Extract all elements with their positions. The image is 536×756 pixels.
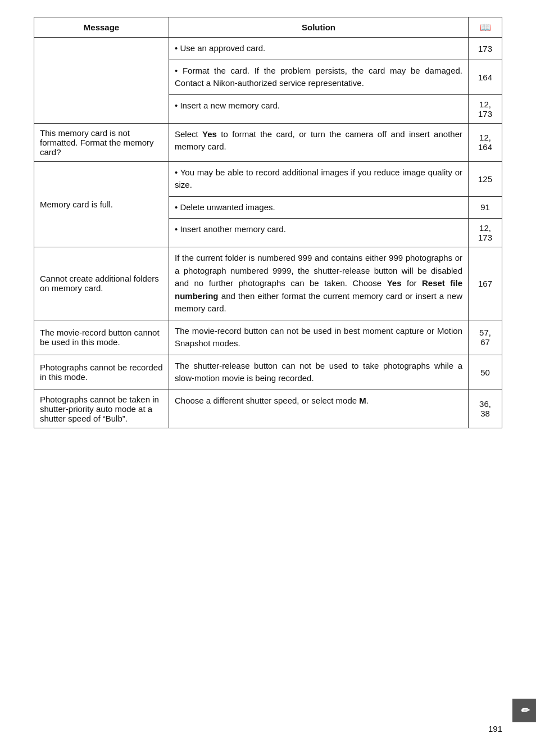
cell-solution: Choose a different shutter speed, or sel… [169, 390, 469, 428]
cell-solution: If the current folder is numbered 999 an… [169, 247, 469, 320]
header-solution: Solution [169, 17, 469, 38]
cell-message: Cannot create additional folders on memo… [34, 247, 169, 320]
cell-solution: • Delete unwanted images. [169, 196, 469, 219]
cell-ref: 57, 67 [469, 320, 502, 355]
page-wrapper: Message Solution 📖 • Use an approved car… [0, 0, 536, 473]
cell-solution: The movie-record button can not be used … [169, 320, 469, 355]
page-number: 191 [488, 724, 502, 734]
book-icon: 📖 [480, 22, 491, 32]
cell-message: Photographs cannot be recorded in this m… [34, 355, 169, 390]
cell-ref: 167 [469, 247, 502, 320]
cell-ref: 12, 173 [469, 94, 502, 123]
cell-ref: 50 [469, 355, 502, 390]
cell-message: This memory card is not formatted. Forma… [34, 123, 169, 161]
cell-solution: • You may be able to record additional i… [169, 161, 469, 196]
table-row: Cannot create additional folders on memo… [34, 247, 502, 320]
table-row: Photographs cannot be taken in shutter-p… [34, 390, 502, 428]
table-row: Photographs cannot be recorded in this m… [34, 355, 502, 390]
cell-solution: • Insert a new memory card. [169, 94, 469, 123]
corner-tab: ✏ [512, 699, 536, 722]
cell-ref: 91 [469, 196, 502, 219]
header-message: Message [34, 17, 169, 38]
cell-message: Photographs cannot be taken in shutter-p… [34, 390, 169, 428]
table-row: This memory card is not formatted. Forma… [34, 123, 502, 161]
cell-ref: 125 [469, 161, 502, 196]
cell-solution: • Use an approved card. [169, 38, 469, 60]
cell-ref: 12, 173 [469, 219, 502, 247]
cell-ref: 12, 164 [469, 123, 502, 161]
cell-solution: Select Yes to format the card, or turn t… [169, 123, 469, 161]
cell-message [34, 38, 169, 124]
cell-message: Memory card is full. [34, 161, 169, 247]
cell-message: The movie-record button cannot be used i… [34, 320, 169, 355]
table-row: • Use an approved card. 173 [34, 38, 502, 60]
header-ref: 📖 [469, 17, 502, 38]
cell-ref: 173 [469, 38, 502, 60]
cell-solution: • Insert another memory card. [169, 219, 469, 247]
corner-tab-icon: ✏ [520, 704, 529, 717]
cell-solution: The shutter-release button can not be us… [169, 355, 469, 390]
cell-ref: 164 [469, 60, 502, 94]
cell-ref: 36, 38 [469, 390, 502, 428]
table-row: The movie-record button cannot be used i… [34, 320, 502, 355]
main-table: Message Solution 📖 • Use an approved car… [34, 17, 502, 428]
cell-solution: • Format the card. If the problem persis… [169, 60, 469, 94]
table-row: Memory card is full. • You may be able t… [34, 161, 502, 196]
